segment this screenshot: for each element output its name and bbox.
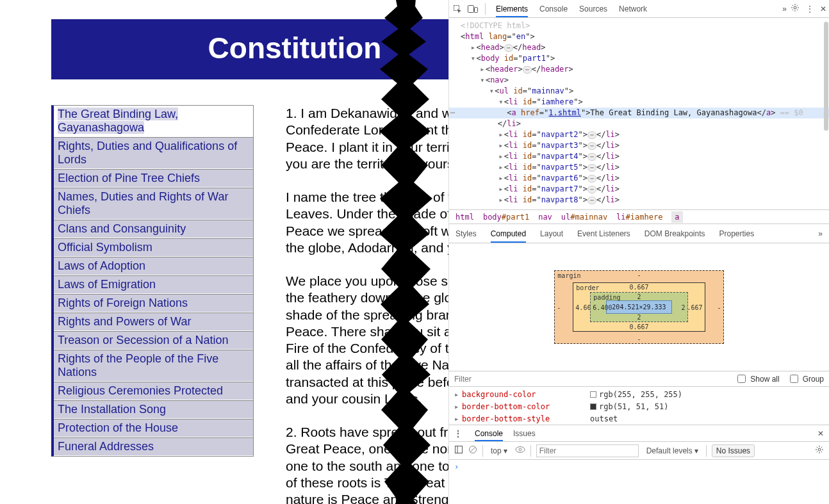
console-filter-input[interactable] [536, 444, 639, 457]
live-expression-icon[interactable] [515, 446, 525, 455]
no-issues-button[interactable]: No Issues [712, 444, 755, 457]
computed-filter-input[interactable] [454, 375, 727, 384]
devtools-panel: ElementsConsoleSourcesNetwork » ⋮ ✕ <!DO… [448, 0, 829, 504]
breadcrumb-item[interactable]: html [456, 213, 474, 222]
article-paragraph: I name the tree the Tree of the Great Lo… [286, 189, 448, 256]
sidebar-item[interactable]: Laws of Adoption [54, 257, 253, 275]
console-context-selector[interactable]: top ▾ [488, 445, 510, 457]
article-paragraph: We place you upon those seats, spread so… [286, 273, 448, 407]
computed-properties[interactable]: ▸background-colorrgb(255, 255, 255)▸bord… [449, 387, 829, 425]
more-tabs-icon[interactable]: » [782, 4, 787, 13]
close-drawer-icon[interactable]: ✕ [817, 429, 824, 438]
devtools-tab[interactable]: Network [619, 1, 647, 17]
sidebar-item[interactable]: The Great Binding Law, Gayanashagowa [54, 106, 253, 137]
sidebar-item[interactable]: Election of Pine Tree Chiefs [54, 169, 253, 188]
sidebar-item[interactable]: Clans and Consanguinity [54, 220, 253, 238]
box-model-margin-top: - [637, 272, 641, 279]
drawer-menu-icon[interactable]: ⋮ [454, 429, 462, 438]
sidebar-nav: The Great Binding Law, GayanashagowaRigh… [51, 105, 254, 457]
drawer-tab[interactable]: Console [475, 426, 503, 441]
sidebar-item[interactable]: Rights, Duties and Qualifications of Lor… [54, 137, 253, 169]
styles-subtabs: StylesComputedLayoutEvent ListenersDOM B… [449, 224, 829, 243]
page-title: Constitution [51, 19, 448, 79]
svg-point-9 [519, 448, 521, 451]
subtab[interactable]: Layout [540, 225, 563, 243]
subtab[interactable]: Event Listeners [577, 225, 630, 243]
subtab[interactable]: Properties [719, 225, 755, 243]
breadcrumb-item[interactable]: ul#mainnav [561, 213, 607, 222]
close-devtools-icon[interactable]: ✕ [820, 4, 826, 13]
box-model-margin-left: - [557, 304, 561, 311]
devtools-tab[interactable]: Elements [496, 1, 528, 17]
subtab[interactable]: DOM Breakpoints [644, 225, 705, 243]
svg-line-7 [470, 447, 475, 452]
article-body: 1. I am Dekanawidah and with the Five Na… [254, 105, 448, 504]
breadcrumb-item[interactable]: body#part1 [483, 213, 529, 222]
kebab-menu-icon[interactable]: ⋮ [806, 4, 814, 13]
rendered-page: Constitution The Great Binding Law, Gaya… [0, 0, 448, 504]
sidebar-item[interactable]: Names, Duties and Rights of War Chiefs [54, 188, 253, 220]
article-paragraph: 1. I am Dekanawidah and with the Five Na… [286, 105, 448, 172]
box-model-padding-bottom: 2 [637, 314, 641, 321]
drawer-tabs: ⋮ ConsoleIssues ✕ [449, 425, 829, 442]
settings-gear-icon[interactable] [791, 3, 800, 14]
sidebar-item[interactable]: Treason or Secession of a Nation [54, 331, 253, 350]
svg-rect-1 [468, 5, 474, 12]
console-sidebar-toggle-icon[interactable] [454, 445, 463, 456]
computed-property-row[interactable]: ▸border-bottom-styleoutset [454, 412, 824, 425]
scrollbar[interactable] [824, 22, 828, 131]
sidebar-item[interactable]: Official Symbolism [54, 238, 253, 257]
subtab[interactable]: Styles [456, 225, 477, 243]
show-all-checkbox[interactable]: Show all [735, 373, 779, 385]
box-model-padding-top: 2 [637, 293, 641, 300]
more-subtabs-icon[interactable]: » [818, 229, 823, 238]
svg-rect-2 [475, 7, 478, 12]
inspect-element-icon[interactable] [452, 3, 463, 15]
console-settings-icon[interactable] [815, 445, 824, 456]
sidebar-item[interactable]: Rights and Powers of War [54, 313, 253, 331]
drawer-tab[interactable]: Issues [513, 426, 536, 441]
box-model-margin-bottom: - [637, 336, 641, 343]
box-model-border-bottom: 0.667 [629, 323, 648, 330]
clear-console-icon[interactable] [468, 445, 477, 456]
console-toolbar: top ▾ Default levels ▾ No Issues [449, 442, 829, 460]
svg-point-8 [516, 447, 525, 453]
article-paragraph: 2. Roots have spread out from the Tree o… [286, 424, 448, 504]
svg-point-10 [818, 448, 821, 451]
breadcrumb-item[interactable]: a [671, 211, 682, 223]
sidebar-item[interactable]: Rights of Foreign Nations [54, 294, 253, 313]
devtools-toolbar: ElementsConsoleSourcesNetwork » ⋮ ✕ [449, 0, 829, 18]
subtab[interactable]: Computed [491, 225, 526, 243]
computed-property-row[interactable]: ▸border-bottom-colorrgb(51, 51, 51) [454, 400, 824, 412]
box-model-margin-right: - [718, 304, 721, 311]
sidebar-item[interactable]: Protection of the House [54, 419, 253, 437]
sidebar-item[interactable]: Rights of the People of the Five Nations [54, 350, 253, 382]
box-model-diagram[interactable]: margin - - - - border 0.667 0.667 4.667 … [449, 243, 829, 371]
console-prompt: › [454, 462, 459, 471]
group-checkbox[interactable]: Group [787, 373, 824, 385]
box-model-padding-left: 6.400 [593, 304, 612, 311]
sidebar-item[interactable]: The Installation Song [54, 400, 253, 419]
console-output[interactable]: › [449, 460, 829, 504]
devtools-tab[interactable]: Console [539, 1, 568, 17]
sidebar-item[interactable]: Religious Ceremonies Protected [54, 382, 253, 400]
svg-rect-4 [456, 446, 463, 453]
device-toolbar-icon[interactable] [467, 3, 479, 15]
sidebar-item[interactable]: Laws of Emigration [54, 275, 253, 294]
computed-filter-bar: Show all Group [449, 371, 829, 387]
breadcrumb-item[interactable]: li#iamhere [616, 213, 662, 222]
svg-point-3 [794, 6, 796, 9]
devtools-tab[interactable]: Sources [579, 1, 607, 17]
log-levels-selector[interactable]: Default levels ▾ [644, 445, 701, 457]
elements-dom-tree[interactable]: <!DOCTYPE html><html lang="en"> ▸<head>⋯… [449, 18, 829, 210]
dom-breadcrumb[interactable]: htmlbody#part1navul#mainnavli#iamherea [449, 210, 829, 224]
sidebar-item[interactable]: Funeral Addresses [54, 437, 253, 456]
devtools-top-tabs: ElementsConsoleSourcesNetwork [496, 1, 778, 17]
box-model-padding-right: 2 [682, 304, 685, 311]
box-model-border-top: 0.667 [629, 284, 648, 291]
box-model-content: 204.521×29.333 [606, 300, 671, 314]
breadcrumb-item[interactable]: nav [538, 213, 552, 222]
computed-property-row[interactable]: ▸background-colorrgb(255, 255, 255) [454, 388, 824, 400]
